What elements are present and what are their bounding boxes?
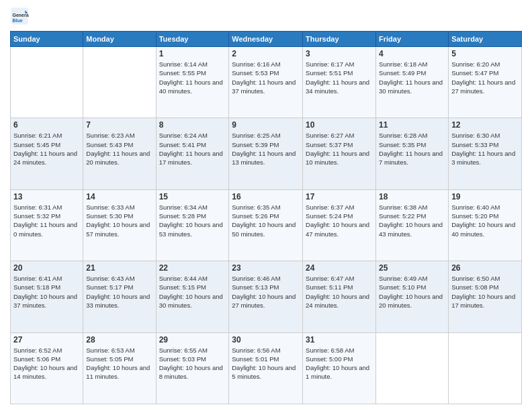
day-cell: 25 Sunrise: 6:49 AM Sunset: 5:10 PM Dayl…: [376, 261, 449, 332]
svg-text:General: General: [13, 13, 30, 17]
day-number: 10: [306, 120, 373, 130]
day-cell: 9 Sunrise: 6:25 AM Sunset: 5:39 PM Dayli…: [229, 118, 303, 189]
day-number: 31: [306, 335, 373, 345]
day-number: 20: [13, 263, 80, 273]
day-info: Sunrise: 6:52 AM Sunset: 5:06 PM Dayligh…: [13, 346, 80, 381]
day-info: Sunrise: 6:41 AM Sunset: 5:18 PM Dayligh…: [13, 274, 80, 310]
day-cell: 21 Sunrise: 6:43 AM Sunset: 5:17 PM Dayl…: [83, 261, 156, 332]
day-info: Sunrise: 6:23 AM Sunset: 5:43 PM Dayligh…: [86, 131, 152, 167]
day-info: Sunrise: 6:34 AM Sunset: 5:28 PM Dayligh…: [159, 203, 226, 238]
svg-text:Blue: Blue: [13, 18, 23, 23]
day-info: Sunrise: 6:49 AM Sunset: 5:10 PM Dayligh…: [379, 274, 445, 310]
day-info: Sunrise: 6:24 AM Sunset: 5:41 PM Dayligh…: [159, 131, 226, 167]
day-number: 18: [379, 192, 445, 201]
calendar: SundayMondayTuesdayWednesdayThursdayFrid…: [10, 31, 522, 404]
day-info: Sunrise: 6:27 AM Sunset: 5:37 PM Dayligh…: [306, 131, 373, 167]
day-number: 15: [159, 192, 226, 201]
col-header-friday: Friday: [376, 32, 449, 47]
day-number: 6: [13, 120, 80, 130]
week-row-1: 1 Sunrise: 6:14 AM Sunset: 5:55 PM Dayli…: [11, 47, 522, 118]
day-number: 8: [159, 120, 226, 130]
day-cell: 4 Sunrise: 6:18 AM Sunset: 5:49 PM Dayli…: [376, 47, 449, 118]
day-info: Sunrise: 6:50 AM Sunset: 5:08 PM Dayligh…: [451, 274, 519, 310]
day-number: 7: [86, 120, 152, 130]
day-cell: 10 Sunrise: 6:27 AM Sunset: 5:37 PM Dayl…: [303, 118, 376, 189]
day-info: Sunrise: 6:18 AM Sunset: 5:49 PM Dayligh…: [379, 60, 445, 95]
day-info: Sunrise: 6:47 AM Sunset: 5:11 PM Dayligh…: [306, 274, 373, 310]
day-cell: [449, 332, 522, 404]
day-cell: 16 Sunrise: 6:35 AM Sunset: 5:26 PM Dayl…: [229, 189, 303, 261]
day-number: 3: [306, 49, 373, 58]
day-number: 17: [306, 192, 373, 201]
day-number: 9: [232, 120, 300, 130]
calendar-header-row: SundayMondayTuesdayWednesdayThursdayFrid…: [11, 32, 522, 47]
day-cell: 3 Sunrise: 6:17 AM Sunset: 5:51 PM Dayli…: [303, 47, 376, 118]
day-cell: 5 Sunrise: 6:20 AM Sunset: 5:47 PM Dayli…: [449, 47, 522, 118]
day-number: 29: [159, 335, 226, 345]
col-header-wednesday: Wednesday: [229, 32, 303, 47]
day-cell: 27 Sunrise: 6:52 AM Sunset: 5:06 PM Dayl…: [11, 332, 83, 404]
day-cell: 6 Sunrise: 6:21 AM Sunset: 5:45 PM Dayli…: [11, 118, 83, 189]
day-number: 23: [232, 263, 300, 273]
day-cell: 30 Sunrise: 6:56 AM Sunset: 5:01 PM Dayl…: [229, 332, 303, 404]
day-info: Sunrise: 6:28 AM Sunset: 5:35 PM Dayligh…: [379, 131, 445, 167]
day-cell: 24 Sunrise: 6:47 AM Sunset: 5:11 PM Dayl…: [303, 261, 376, 332]
day-info: Sunrise: 6:17 AM Sunset: 5:51 PM Dayligh…: [306, 60, 373, 95]
day-number: 2: [232, 49, 300, 58]
day-number: 30: [232, 335, 300, 345]
day-info: Sunrise: 6:43 AM Sunset: 5:17 PM Dayligh…: [86, 274, 152, 310]
day-number: 28: [86, 335, 152, 345]
day-cell: 19 Sunrise: 6:40 AM Sunset: 5:20 PM Dayl…: [449, 189, 522, 261]
day-number: 26: [451, 263, 519, 273]
day-cell: 2 Sunrise: 6:16 AM Sunset: 5:53 PM Dayli…: [229, 47, 303, 118]
day-cell: 13 Sunrise: 6:31 AM Sunset: 5:32 PM Dayl…: [11, 189, 83, 261]
day-number: 11: [379, 120, 445, 130]
day-number: 19: [451, 192, 519, 201]
logo: General Blue: [10, 7, 32, 26]
day-number: 25: [379, 263, 445, 273]
day-info: Sunrise: 6:40 AM Sunset: 5:20 PM Dayligh…: [451, 203, 519, 238]
page: General Blue SundayMondayTuesdayWednesda…: [0, 0, 532, 411]
day-number: 21: [86, 263, 152, 273]
day-info: Sunrise: 6:16 AM Sunset: 5:53 PM Dayligh…: [232, 60, 300, 95]
day-info: Sunrise: 6:38 AM Sunset: 5:22 PM Dayligh…: [379, 203, 445, 238]
day-cell: 22 Sunrise: 6:44 AM Sunset: 5:15 PM Dayl…: [156, 261, 229, 332]
day-cell: 1 Sunrise: 6:14 AM Sunset: 5:55 PM Dayli…: [156, 47, 229, 118]
day-cell: 8 Sunrise: 6:24 AM Sunset: 5:41 PM Dayli…: [156, 118, 229, 189]
week-row-5: 27 Sunrise: 6:52 AM Sunset: 5:06 PM Dayl…: [11, 332, 522, 404]
col-header-monday: Monday: [83, 32, 156, 47]
day-cell: 28 Sunrise: 6:53 AM Sunset: 5:05 PM Dayl…: [83, 332, 156, 404]
day-info: Sunrise: 6:56 AM Sunset: 5:01 PM Dayligh…: [232, 346, 300, 381]
day-info: Sunrise: 6:53 AM Sunset: 5:05 PM Dayligh…: [86, 346, 152, 381]
day-info: Sunrise: 6:20 AM Sunset: 5:47 PM Dayligh…: [451, 60, 519, 95]
day-info: Sunrise: 6:35 AM Sunset: 5:26 PM Dayligh…: [232, 203, 300, 238]
day-cell: [376, 332, 449, 404]
day-info: Sunrise: 6:33 AM Sunset: 5:30 PM Dayligh…: [86, 203, 152, 238]
day-cell: [11, 47, 83, 118]
week-row-4: 20 Sunrise: 6:41 AM Sunset: 5:18 PM Dayl…: [11, 261, 522, 332]
day-cell: 17 Sunrise: 6:37 AM Sunset: 5:24 PM Dayl…: [303, 189, 376, 261]
day-cell: 14 Sunrise: 6:33 AM Sunset: 5:30 PM Dayl…: [83, 189, 156, 261]
day-info: Sunrise: 6:55 AM Sunset: 5:03 PM Dayligh…: [159, 346, 226, 381]
day-cell: 29 Sunrise: 6:55 AM Sunset: 5:03 PM Dayl…: [156, 332, 229, 404]
day-info: Sunrise: 6:21 AM Sunset: 5:45 PM Dayligh…: [13, 131, 80, 167]
day-cell: [83, 47, 156, 118]
col-header-tuesday: Tuesday: [156, 32, 229, 47]
day-number: 24: [306, 263, 373, 273]
day-info: Sunrise: 6:58 AM Sunset: 5:00 PM Dayligh…: [306, 346, 373, 381]
day-cell: 11 Sunrise: 6:28 AM Sunset: 5:35 PM Dayl…: [376, 118, 449, 189]
day-info: Sunrise: 6:25 AM Sunset: 5:39 PM Dayligh…: [232, 131, 300, 167]
day-cell: 18 Sunrise: 6:38 AM Sunset: 5:22 PM Dayl…: [376, 189, 449, 261]
day-number: 5: [451, 49, 519, 58]
col-header-saturday: Saturday: [449, 32, 522, 47]
day-number: 14: [86, 192, 152, 201]
day-number: 1: [159, 49, 226, 58]
day-info: Sunrise: 6:44 AM Sunset: 5:15 PM Dayligh…: [159, 274, 226, 310]
day-cell: 12 Sunrise: 6:30 AM Sunset: 5:33 PM Dayl…: [449, 118, 522, 189]
day-number: 12: [451, 120, 519, 130]
day-number: 13: [13, 192, 80, 201]
day-number: 22: [159, 263, 226, 273]
day-info: Sunrise: 6:37 AM Sunset: 5:24 PM Dayligh…: [306, 203, 373, 238]
day-info: Sunrise: 6:14 AM Sunset: 5:55 PM Dayligh…: [159, 60, 226, 95]
week-row-2: 6 Sunrise: 6:21 AM Sunset: 5:45 PM Dayli…: [11, 118, 522, 189]
